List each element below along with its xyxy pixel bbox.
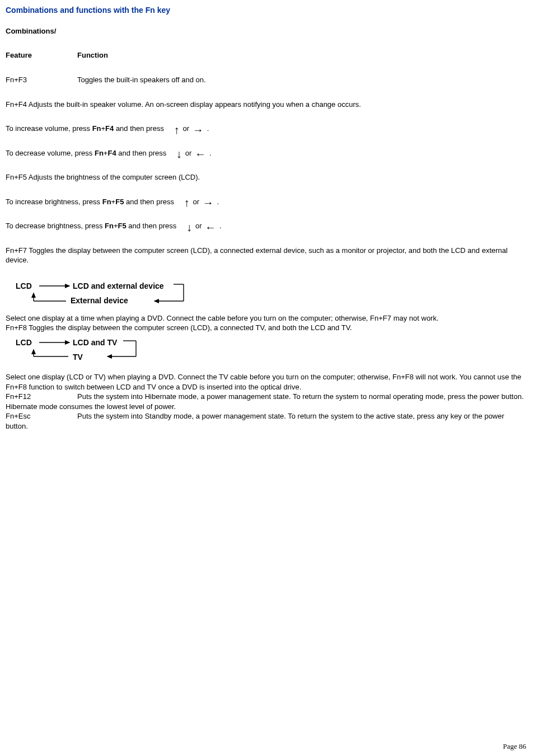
text: To increase brightness, press (6, 198, 102, 206)
fnf5-line: Fn+F5 Adjusts the brightness of the comp… (6, 172, 528, 182)
fnf4-line: Fn+F4 Adjusts the built-in speaker volum… (6, 100, 528, 110)
fnf8-note: Select one display (LCD or TV) when play… (6, 372, 528, 392)
f5-key: F5 (118, 222, 127, 230)
feature-fnesc: Fn+Esc (6, 411, 77, 421)
fnf8-line: Fn+F8 Toggles the display between the co… (6, 323, 528, 333)
f4-key: F4 (107, 149, 116, 157)
f5-key: F5 (115, 198, 124, 206)
plus: + (114, 222, 118, 230)
diagram-lcd-external: LCD LCD and external device External dev… (16, 280, 200, 308)
arrow-right-icon: → (191, 126, 207, 134)
plus: + (101, 124, 106, 133)
bri-decrease-line: To decrease brightness, press Fn+F5 and … (6, 221, 528, 231)
period: . (219, 222, 222, 230)
or-word: or (185, 149, 194, 157)
vol-decrease-line: To decrease volume, press Fn+F4 and then… (6, 148, 528, 158)
column-header-feature: Feature (6, 51, 77, 59)
fn-key: Fn (102, 198, 111, 206)
or-word: or (193, 198, 202, 206)
text: and then press (114, 124, 166, 133)
column-header-function: Function (77, 51, 108, 59)
f4-key: F4 (105, 124, 114, 133)
function-fnf12: Puts the system into Hibernate mode, a p… (6, 392, 524, 411)
period: . (207, 124, 209, 133)
text: and then press (127, 222, 179, 230)
diag2-lcd-label: LCD (16, 338, 32, 347)
diag2-both-label: LCD and TV (73, 338, 118, 347)
arrow-up-icon: ↑ (176, 199, 193, 206)
or-word: or (183, 124, 191, 133)
feature-fnf12: Fn+F12 (6, 392, 77, 402)
vol-increase-line: To increase volume, press Fn+F4 and then… (6, 124, 528, 134)
diagram-lcd-tv: LCD LCD and TV TV (16, 336, 161, 364)
diag2-tv-label: TV (73, 353, 83, 361)
period: . (217, 198, 219, 206)
period: . (209, 149, 212, 157)
fn-key: Fn (92, 124, 101, 133)
diag1-lcd-label: LCD (16, 281, 32, 290)
fn-key: Fn (105, 222, 114, 230)
fnf7-line: Fn+F7 Toggles the display between the co… (6, 246, 528, 265)
or-word: or (195, 222, 204, 230)
text: To decrease brightness, press (6, 222, 105, 230)
text: and then press (116, 149, 168, 157)
arrow-down-icon: ↓ (179, 223, 195, 231)
subheader-combinations: Combinations/ (6, 27, 528, 35)
text: and then press (124, 198, 176, 206)
diag1-ext-label: External device (71, 296, 128, 305)
text: To increase volume, press (6, 124, 92, 133)
arrow-right-icon: → (202, 199, 217, 206)
arrow-down-icon: ↓ (168, 150, 185, 158)
arrow-up-icon: ↑ (166, 126, 183, 134)
arrow-left-icon: ← (204, 223, 219, 231)
text: To decrease volume, press (6, 149, 95, 157)
arrow-left-icon: ← (194, 150, 209, 158)
function-fnf3: Toggles the built-in speakers off and on… (77, 75, 206, 85)
page-title: Combinations and functions with the Fn k… (6, 6, 528, 15)
bri-increase-line: To increase brightness, press Fn+F5 and … (6, 197, 528, 207)
diag1-both-label: LCD and external device (73, 281, 164, 290)
fnf7-note: Select one display at a time when playin… (6, 313, 528, 323)
page-number: Page 86 (503, 742, 526, 751)
fnf12-row: Fn+F12Puts the system into Hibernate mod… (6, 392, 528, 411)
fnesc-row: Fn+EscPuts the system into Standby mode,… (6, 411, 528, 431)
feature-fnf3: Fn+F3 (6, 75, 77, 85)
fn-key: Fn (95, 149, 104, 157)
function-fnesc: Puts the system into Standby mode, a pow… (6, 412, 504, 430)
